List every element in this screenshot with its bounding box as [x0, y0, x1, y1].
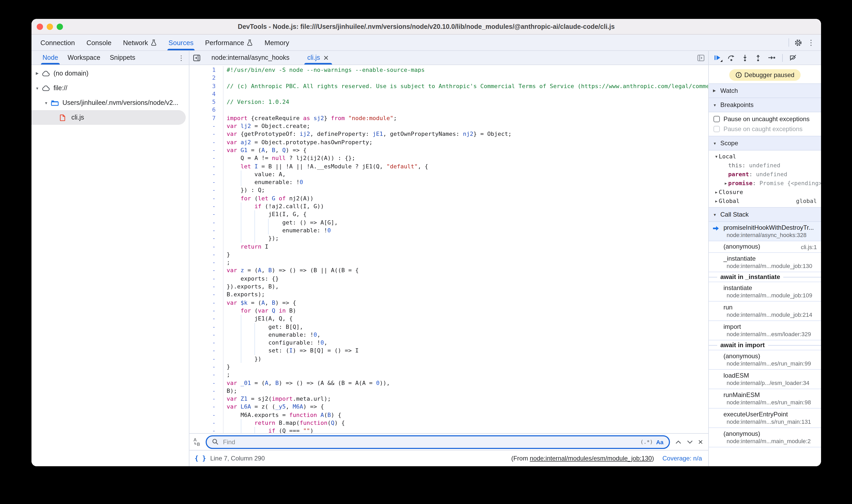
scope-prop-this[interactable]: this: undefined: [709, 161, 821, 170]
line-number[interactable]: 1: [190, 66, 224, 74]
tree-item-no-domain[interactable]: ▶(no domain): [32, 66, 189, 81]
line-number[interactable]: -: [190, 355, 224, 363]
call-stack-frame-anonymous[interactable]: (anonymous)node:internal/m...es/run_main…: [709, 350, 821, 370]
line-number[interactable]: -: [190, 186, 224, 195]
line-number[interactable]: 2: [190, 74, 224, 82]
line-number[interactable]: -: [190, 387, 224, 395]
source-code-viewer[interactable]: 1#!/usr/bin/env -S node --no-warnings --…: [190, 65, 708, 433]
close-window-button[interactable]: [37, 23, 43, 30]
main-tab-connection[interactable]: Connection: [35, 35, 81, 50]
line-number[interactable]: -: [190, 274, 224, 283]
main-tab-console[interactable]: Console: [81, 35, 117, 50]
line-number[interactable]: -: [190, 178, 224, 186]
scope-group-global[interactable]: ▶Globalglobal: [709, 197, 821, 205]
section-watch[interactable]: ▶ Watch: [709, 84, 821, 98]
section-scope[interactable]: ▼ Scope: [709, 136, 821, 150]
line-number[interactable]: -: [190, 195, 224, 203]
step-over-icon[interactable]: [728, 54, 735, 61]
line-number[interactable]: -: [190, 234, 224, 242]
line-number[interactable]: -: [190, 162, 224, 170]
line-number[interactable]: -: [190, 403, 224, 411]
main-tab-performance[interactable]: Performance: [199, 35, 259, 50]
checkbox-pause-on-caught-exceptions[interactable]: Pause on caught exceptions: [709, 124, 821, 134]
editor-tab-cli-js[interactable]: cli.js✕: [300, 51, 336, 65]
line-number[interactable]: -: [190, 242, 224, 251]
line-number[interactable]: -: [190, 211, 224, 219]
call-stack-frame-executeuserentrypoint[interactable]: executeUserEntryPointnode:internal/m...s…: [709, 409, 821, 428]
step-icon[interactable]: [768, 55, 776, 61]
section-call-stack[interactable]: ▼ Call Stack: [709, 207, 821, 222]
navigator-tab-snippets[interactable]: Snippets: [105, 51, 140, 65]
main-tab-memory[interactable]: Memory: [259, 35, 295, 50]
call-stack-frame-run[interactable]: runnode:internal/m...module_job:214: [709, 302, 821, 321]
deactivate-breakpoints-icon[interactable]: [789, 55, 796, 61]
resume-script-icon[interactable]: [714, 55, 721, 61]
line-number[interactable]: -: [190, 146, 224, 155]
toggle-navigator-icon[interactable]: [190, 51, 204, 65]
line-number[interactable]: -: [190, 251, 224, 259]
line-number[interactable]: -: [190, 218, 224, 227]
tree-item-file[interactable]: ▼file://: [32, 81, 189, 95]
toggle-debugger-sidebar-icon[interactable]: [694, 51, 708, 65]
more-options-icon[interactable]: ⋮: [807, 38, 815, 47]
navigator-more-icon[interactable]: ⋮: [178, 51, 189, 65]
zoom-window-button[interactable]: [57, 23, 63, 30]
line-number[interactable]: -: [190, 299, 224, 307]
step-into-icon[interactable]: [742, 54, 748, 61]
minimize-window-button[interactable]: [47, 23, 53, 30]
navigator-tab-node[interactable]: Node: [38, 51, 63, 65]
search-input[interactable]: [222, 438, 637, 446]
find-next-icon[interactable]: [687, 440, 693, 444]
line-number[interactable]: -: [190, 331, 224, 339]
main-tab-network[interactable]: Network: [117, 35, 163, 50]
line-number[interactable]: -: [190, 138, 224, 146]
line-number[interactable]: -: [190, 291, 224, 299]
line-number[interactable]: -: [190, 130, 224, 139]
scope-prop-promise[interactable]: ▶promise: Promise {<pending>}: [709, 179, 821, 188]
call-stack-frame-promiseinithookwithdestroytr[interactable]: promiseInitHookWithDestroyTr...node:inte…: [709, 222, 821, 241]
main-tab-sources[interactable]: Sources: [163, 35, 199, 50]
checkbox-pause-on-uncaught-exceptions[interactable]: Pause on uncaught exceptions: [709, 114, 821, 124]
line-number[interactable]: -: [190, 227, 224, 235]
tree-item-cli-js[interactable]: cli.js: [32, 110, 186, 125]
line-number[interactable]: -: [190, 122, 224, 130]
call-stack-frame-runmainesm[interactable]: runMainESMnode:internal/m...es/run_main:…: [709, 389, 821, 409]
line-number[interactable]: -: [190, 339, 224, 347]
line-number[interactable]: 3: [190, 82, 224, 90]
step-out-icon[interactable]: [755, 54, 761, 61]
line-number[interactable]: -: [190, 371, 224, 379]
tree-item-users-jinhuilee-nvm-versions-node-v2[interactable]: ▼Users/jinhuilee/.nvm/versions/node/v2..…: [32, 95, 189, 110]
coverage-link[interactable]: Coverage: n/a: [662, 455, 702, 462]
line-number[interactable]: -: [190, 283, 224, 291]
navigator-tab-workspace[interactable]: Workspace: [63, 51, 105, 65]
replace-toggle-icon[interactable]: AB: [193, 437, 200, 446]
call-stack-frame-instantiate[interactable]: _instantiatenode:internal/m...module_job…: [709, 253, 821, 272]
scope-group-local[interactable]: ▼Local: [709, 152, 821, 161]
call-stack-frame-loadesm[interactable]: loadESMnode:internal/p.../esm_loader:34: [709, 370, 821, 389]
call-stack-frame-anonymous[interactable]: (anonymous)node:internal/m...main_module…: [709, 428, 821, 447]
editor-tab-node-internal-async-hooks[interactable]: node:internal/async_hooks: [204, 51, 300, 65]
scope-prop-parent[interactable]: parent: undefined: [709, 170, 821, 179]
line-number[interactable]: 6: [190, 106, 224, 114]
line-number[interactable]: -: [190, 267, 224, 275]
line-number[interactable]: -: [190, 395, 224, 403]
match-case-toggle-icon[interactable]: Aa: [656, 439, 663, 445]
line-number[interactable]: -: [190, 315, 224, 323]
line-number[interactable]: -: [190, 411, 224, 419]
line-number[interactable]: -: [190, 170, 224, 179]
call-stack-frame-import[interactable]: importnode:internal/m...esm/loader:329: [709, 321, 821, 340]
line-number[interactable]: -: [190, 347, 224, 355]
line-number[interactable]: -: [190, 323, 224, 331]
line-number[interactable]: -: [190, 307, 224, 315]
find-previous-icon[interactable]: [675, 440, 681, 444]
source-mapped-from-link[interactable]: node:internal/modules/esm/module_job:130: [530, 455, 652, 462]
line-number[interactable]: 7: [190, 114, 224, 123]
line-number[interactable]: 5: [190, 98, 224, 106]
line-number[interactable]: -: [190, 427, 224, 433]
close-find-bar-icon[interactable]: ×: [698, 438, 703, 446]
settings-gear-icon[interactable]: [794, 39, 802, 47]
line-number[interactable]: -: [190, 363, 224, 371]
scope-group-closure[interactable]: ▶Closure: [709, 188, 821, 197]
line-number[interactable]: -: [190, 155, 224, 163]
line-number[interactable]: -: [190, 379, 224, 387]
